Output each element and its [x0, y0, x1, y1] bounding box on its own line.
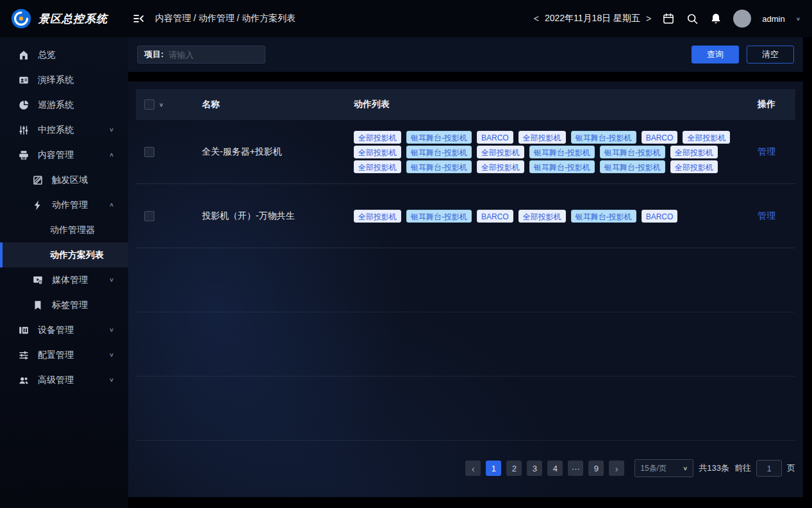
select-all-checkbox[interactable]: [144, 99, 154, 110]
table-row: 投影机（开）-万物共生 全部投影机银耳舞台-投影机BARCO全部投影机银耳舞台-…: [136, 184, 795, 248]
action-tag: 银耳舞台-投影机: [406, 210, 472, 223]
page-button-3[interactable]: 3: [527, 461, 542, 476]
project-input[interactable]: [169, 50, 258, 60]
sidebar-item-content-mgmt[interactable]: 内容管理∧: [0, 142, 128, 167]
user-name[interactable]: admin: [762, 14, 784, 24]
sidebar-item-advanced-mgmt[interactable]: 高级管理∨: [0, 368, 128, 393]
chevron-down-icon[interactable]: ∨: [796, 16, 800, 22]
bell-icon[interactable]: [709, 12, 722, 25]
home-icon: [18, 49, 29, 61]
page-button-4[interactable]: 4: [547, 461, 563, 476]
next-page-button[interactable]: ›: [609, 461, 624, 476]
project-field[interactable]: 项目:: [137, 46, 265, 64]
devices-icon: [18, 325, 29, 336]
sidebar-item-performance-system[interactable]: 演绎系统: [0, 67, 128, 92]
sidebar-item-label: 高级管理: [38, 375, 74, 386]
sidebar-item-action-mgmt[interactable]: 动作管理∧: [0, 192, 128, 217]
action-tag: 银耳舞台-投影机: [529, 160, 595, 173]
sidebar-collapse-icon[interactable]: [132, 12, 145, 25]
calendar-icon[interactable]: [662, 12, 675, 25]
project-field-label: 项目:: [144, 49, 163, 60]
bolt-icon: [32, 199, 44, 211]
sidebar-item-tour-system[interactable]: 巡游系统: [0, 92, 128, 117]
action-tag: 全部投影机: [354, 146, 401, 158]
main-content: 项目: 查询 清空 ∨ 名称 动作列表 操作 全关-服务器+投影机 全部投影机银…: [128, 37, 803, 508]
avatar[interactable]: [733, 10, 751, 28]
action-tag: BARCO: [642, 210, 678, 223]
search-icon[interactable]: [686, 12, 699, 25]
page-button-1[interactable]: 1: [486, 461, 501, 476]
action-tag: BARCO: [642, 131, 678, 144]
sidebar-item-label: 触发区域: [52, 174, 88, 186]
action-tag: 银耳舞台-投影机: [529, 146, 595, 158]
breadcrumb: 内容管理 / 动作管理 / 动作方案列表: [155, 13, 295, 24]
goto-page-input[interactable]: [756, 460, 782, 477]
action-tag: 全部投影机: [354, 160, 401, 173]
page-button-2[interactable]: 2: [506, 461, 522, 476]
sidebar-item-label: 媒体管理: [52, 275, 88, 286]
date-next-arrow[interactable]: >: [646, 13, 651, 24]
action-tag: 银耳舞台-投影机: [406, 160, 472, 173]
row-name: 投影机（开）-万物共生: [202, 210, 354, 222]
row-name: 全关-服务器+投影机: [202, 146, 354, 158]
current-date: 2022年11月18日 星期五: [545, 13, 640, 24]
action-tag: BARCO: [477, 131, 513, 144]
clear-button[interactable]: 清空: [747, 46, 794, 64]
sidebar-item-config-mgmt[interactable]: 配置管理∨: [0, 343, 128, 368]
action-tag: 银耳舞台-投影机: [406, 131, 472, 144]
sidebar-item-tag-mgmt[interactable]: 标签管理: [0, 292, 128, 318]
sidebar-item-action-manager[interactable]: 动作管理器: [0, 217, 128, 242]
page-button-9[interactable]: 9: [588, 461, 604, 476]
sidebar-item-action-plan-list[interactable]: 动作方案列表: [0, 242, 128, 267]
page-size-select[interactable]: 15条/页 ∨: [634, 459, 693, 477]
query-button[interactable]: 查询: [692, 46, 739, 64]
printer-icon: [18, 149, 29, 161]
media-icon: [32, 275, 44, 286]
chevron-down-icon[interactable]: ∨: [159, 102, 163, 108]
page-ellipsis-button[interactable]: ···: [568, 461, 583, 476]
sidebar-item-trigger-area[interactable]: 触发区域: [0, 167, 128, 192]
action-tag: 全部投影机: [477, 146, 524, 158]
action-tag: 银耳舞台-投影机: [571, 131, 636, 144]
brand: 景区总控系统: [0, 8, 128, 30]
manage-link[interactable]: 管理: [758, 210, 775, 221]
sidebar-item-media-mgmt[interactable]: 媒体管理∨: [0, 267, 128, 292]
chevron-up-icon: ∧: [109, 151, 114, 158]
sidebar-item-label: 动作管理: [52, 199, 88, 211]
empty-row: [136, 377, 795, 441]
action-tag: 银耳舞台-投影机: [600, 146, 665, 158]
sidebar-item-label: 动作管理器: [50, 224, 95, 236]
date-prev-arrow[interactable]: <: [534, 13, 539, 24]
users-icon: [18, 375, 29, 386]
sidebar-item-label: 内容管理: [38, 149, 74, 161]
action-tag: 全部投影机: [670, 160, 718, 173]
sidebar-item-device-mgmt[interactable]: 设备管理∨: [0, 318, 128, 343]
pagination-pages: 1234···9: [486, 461, 604, 476]
action-tag: 全部投影机: [683, 131, 730, 144]
row-checkbox[interactable]: [144, 211, 154, 221]
sidebar-item-overview[interactable]: 总览: [0, 42, 128, 67]
column-header-operation: 操作: [738, 99, 795, 110]
filter-buttons: 查询 清空: [692, 46, 794, 64]
row-checkbox[interactable]: [144, 147, 154, 157]
manage-link[interactable]: 管理: [758, 146, 775, 157]
chevron-down-icon: ∨: [109, 377, 114, 383]
column-header-actions: 动作列表: [354, 99, 738, 110]
topbar-right: < 2022年11月18日 星期五 > admin ∨: [534, 10, 812, 28]
action-tag: 银耳舞台-投影机: [571, 210, 636, 223]
action-tag: 全部投影机: [518, 131, 566, 144]
sidebar: 总览演绎系统巡游系统中控系统∨内容管理∧触发区域动作管理∧动作管理器动作方案列表…: [0, 37, 128, 508]
table-panel: ∨ 名称 动作列表 操作 全关-服务器+投影机 全部投影机银耳舞台-投影机BAR…: [128, 81, 803, 497]
sidebar-item-label: 配置管理: [38, 350, 74, 361]
action-tag: 银耳舞台-投影机: [406, 146, 472, 158]
action-tag: 全部投影机: [477, 160, 524, 173]
date-navigator: < 2022年11月18日 星期五 >: [534, 13, 652, 24]
pagination: ‹ 1234···9 › 15条/页 ∨ 共133条 前往 页: [136, 441, 795, 496]
sidebar-item-label: 设备管理: [38, 325, 74, 336]
action-tag: 全部投影机: [354, 210, 401, 223]
prev-page-button[interactable]: ‹: [465, 461, 481, 476]
action-tag: 全部投影机: [518, 210, 566, 223]
sidebar-item-central-control[interactable]: 中控系统∨: [0, 117, 128, 142]
chevron-down-icon: ∨: [109, 126, 114, 133]
empty-row: [136, 312, 795, 377]
